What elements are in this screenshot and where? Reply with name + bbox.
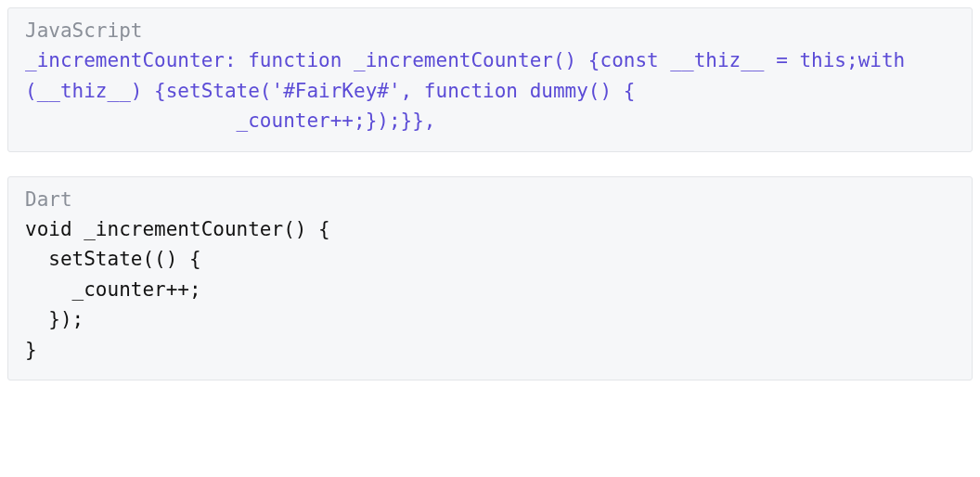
lang-label: Dart (25, 188, 955, 211)
code-line: } (25, 339, 37, 361)
lang-label: JavaScript (25, 19, 955, 42)
code-body: void _incrementCounter() { setState(() {… (25, 214, 955, 366)
code-block-dart: Dart void _incrementCounter() { setState… (7, 176, 973, 381)
code-line: _counter++;});}}, (25, 110, 436, 132)
code-body: _incrementCounter: function _incrementCo… (25, 45, 955, 136)
code-line: setState(() { (25, 248, 201, 270)
code-line: void _incrementCounter() { (25, 218, 330, 240)
code-line: _incrementCounter: function _incrementCo… (25, 49, 917, 102)
code-line: _counter++; (25, 278, 201, 301)
code-block-javascript: JavaScript _incrementCounter: function _… (7, 7, 973, 152)
code-line: }); (25, 308, 84, 330)
